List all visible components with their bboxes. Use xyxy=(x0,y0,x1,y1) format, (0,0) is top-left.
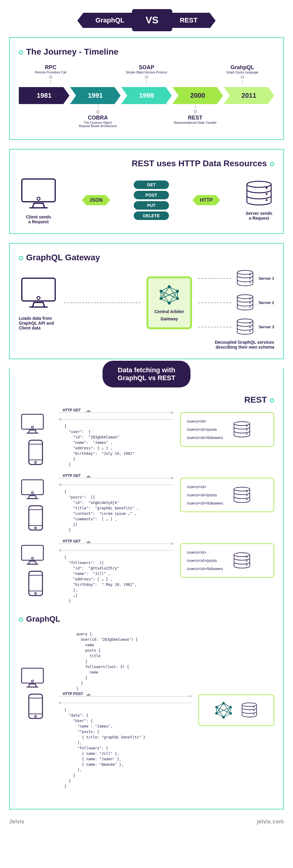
phone-icon xyxy=(27,439,44,466)
gateway-title: GraphQL Gateway xyxy=(19,253,274,262)
server-icon xyxy=(232,421,252,439)
year-1981: 1981 xyxy=(19,87,69,104)
method-post: POST xyxy=(134,191,169,199)
timeline-label-rest: RESTRepresentational State Transfer xyxy=(165,104,226,128)
http-methods: GET POST PUT DELETE xyxy=(134,181,169,220)
graphql-label: GraphQL xyxy=(84,13,136,28)
server-icon xyxy=(234,318,256,335)
monitor-icon xyxy=(19,666,46,689)
monitor-icon xyxy=(19,478,46,501)
cloud-icon: ☁ xyxy=(86,538,91,545)
timeline-title: The Journey - Timeline xyxy=(19,47,274,57)
cloud-icon: ☁ xyxy=(86,407,91,413)
method-put: PUT xyxy=(134,201,169,210)
vs-badge: VS xyxy=(132,9,172,31)
server-icon xyxy=(232,552,252,570)
phone-icon xyxy=(27,570,44,597)
rest-http-section: REST uses HTTP Data Resources Client sen… xyxy=(9,149,284,234)
phone-icon xyxy=(27,504,44,531)
graphql-response: { "data": { "User": { "name : "James", "… xyxy=(58,706,192,790)
server-icon xyxy=(244,180,274,207)
year-1991: 1991 xyxy=(70,87,121,104)
timeline-section: The Journey - Timeline RPCRemote Procedu… xyxy=(9,37,284,140)
cloud-icon: ☁ xyxy=(86,690,91,697)
json-arrow: JSON xyxy=(82,195,110,206)
timeline-label-graphql: GrahpQLGraph Query Language xyxy=(220,64,265,85)
endpoint-box-3: /users/<id>/users/<id>/posts/users/<id>/… xyxy=(180,544,274,578)
rest-row-2: HTTP GET☁ { "posts": [{ "id": "shgbcde5y… xyxy=(19,478,274,534)
endpoint-box-1: /users/<id>/users/<id>/posts/users/<id>/… xyxy=(180,412,274,446)
timeline-label-rpc: RPCRemote Procedure Call xyxy=(28,64,73,85)
rest-row-3: HTTP GET☁ { "followers": [{ "id": "ghtsd… xyxy=(19,544,274,605)
method-get: GET xyxy=(134,181,169,189)
fetching-section: Data fetching with GraphQL vs REST REST … xyxy=(9,368,284,809)
gateway-right-caption: Decoupled GraphQL services describing th… xyxy=(195,340,274,349)
graphql-row: query { User(id: "283gbkmlaewo") { name … xyxy=(19,630,274,790)
rest-http-title: REST uses HTTP Data Resources xyxy=(19,159,274,168)
graphql-endpoint-box xyxy=(198,694,274,726)
gateway-client: Loads data from GraphQL API and Client d… xyxy=(19,275,58,331)
graphql-subtitle: GraphQL xyxy=(19,614,274,624)
timeline-arrows: 1981 1991 1998 2000 2011 xyxy=(19,87,274,104)
monitor-icon xyxy=(19,412,46,435)
footer-url: jelvix.com xyxy=(257,818,284,825)
server-icon xyxy=(240,701,258,719)
gateway-server-1: Server 1 xyxy=(198,270,274,287)
fetching-header: Data fetching with GraphQL vs REST xyxy=(102,361,191,388)
gateway-arbiter: Central Arbiter Gateway xyxy=(146,276,192,329)
rest-row-1: HTTP GET☁ { "user": { "id": "283gbkmlaew… xyxy=(19,412,274,469)
timeline-label-cobra: COBRAThe Common Object Request Broker Ar… xyxy=(68,104,128,128)
server-icon xyxy=(232,486,252,504)
client-monitor: Client sends a Request xyxy=(19,176,58,224)
method-delete: DELETE xyxy=(134,212,169,220)
year-2000: 2000 xyxy=(172,87,223,104)
graphql-icon xyxy=(215,701,233,719)
gateway-section: GraphQL Gateway Loads data from GraphQL … xyxy=(9,243,284,359)
footer-brand: Jelvix xyxy=(9,818,25,825)
cloud-icon: ☁ xyxy=(86,472,91,479)
rest-code-3: { "followers": [{ "id": "ghtsdlo235ry" "… xyxy=(58,553,174,605)
monitor-icon xyxy=(19,544,46,566)
rest-code-1: { "user": { "id": "283gbkmlaewo" "name":… xyxy=(58,422,174,469)
footer: Jelvix jelvix.com xyxy=(9,818,284,825)
year-1998: 1998 xyxy=(121,87,172,104)
timeline-label-soap: SOAPSimple Object Access Protocol xyxy=(116,64,177,85)
phone-icon xyxy=(27,693,44,720)
rest-code-2: { "posts": [{ "id": "shgbcde5ydjk" "titl… xyxy=(58,488,174,534)
monitor-icon xyxy=(19,176,58,211)
rest-subtitle: REST xyxy=(19,395,274,405)
gateway-server-3: Server 3 xyxy=(198,318,274,335)
http-arrow: HTTP xyxy=(192,195,220,206)
graphql-query: query { User(id: "283gbkmlaewo") { name … xyxy=(58,630,192,693)
endpoint-box-2: /users/<id>/users/<id>/posts/users/<id>/… xyxy=(180,478,274,512)
gateway-server-2: Server 2 xyxy=(198,294,274,311)
rest-label: REST xyxy=(168,13,210,28)
server-stack: Server sends a Request xyxy=(244,180,274,221)
vs-header: GraphQL VS REST xyxy=(9,9,284,31)
graphql-icon xyxy=(159,284,180,306)
server-icon xyxy=(234,294,256,311)
monitor-icon xyxy=(19,275,58,310)
year-2011: 2011 xyxy=(224,87,274,104)
server-icon xyxy=(234,270,256,287)
